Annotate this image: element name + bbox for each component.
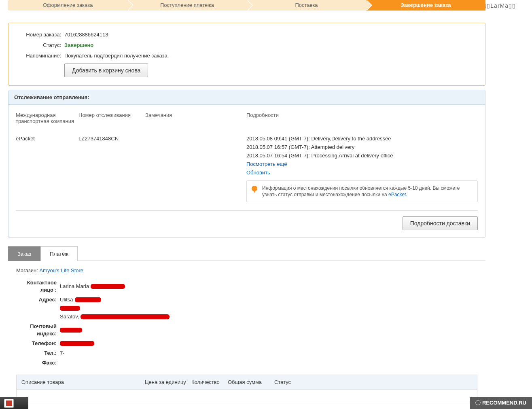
watermark-bottom: RECOMMEND.RU (470, 397, 532, 409)
refresh-link[interactable]: Обновить (246, 170, 270, 176)
tracking-header: Отслеживание отправления: (8, 90, 485, 105)
col-header-details: Подробности (246, 112, 478, 124)
tracking-panel: Отслеживание отправления: Международная … (8, 90, 485, 238)
col-header-status: Статус (274, 379, 472, 385)
address-label: Адрес: (16, 296, 57, 303)
step-checkout: Оформление заказа (8, 0, 127, 11)
order-number-label: Номер заказа: (17, 31, 61, 38)
phone-label: Телефон: (16, 340, 57, 347)
tracking-event: 2018.05.07 16:57 (GMT-7): Attempted deli… (246, 144, 478, 150)
taskbar (0, 397, 28, 409)
lightbulb-icon (252, 186, 257, 191)
redaction (91, 284, 125, 289)
redaction (81, 314, 170, 319)
fax-label: Факс: (16, 359, 57, 367)
order-status-label: Статус: (17, 42, 61, 49)
redaction (60, 306, 80, 311)
tab-order[interactable]: Заказ (8, 246, 40, 261)
epacket-link[interactable]: ePacket (388, 192, 406, 197)
col-header-desc: Описание товара (21, 379, 145, 385)
see-more-link[interactable]: Посмотреть ещё (246, 161, 287, 167)
order-reminder-value: Покупатель подтвердил получение заказа. (64, 52, 169, 59)
tracking-number: LZ273741848CN (78, 136, 145, 202)
tel-value: 7- (60, 350, 65, 357)
step-shipping: Поставка (247, 0, 366, 11)
tel-label: Тел.: (16, 350, 57, 357)
product-table: Описание товара Цена за единицу Количест… (16, 375, 477, 402)
store-link[interactable]: Amyou's Life Store (39, 267, 83, 273)
col-header-carrier: Международная транспортная компания (16, 112, 78, 124)
table-row (17, 390, 477, 402)
delivery-details-button[interactable]: Подробности доставки (403, 216, 478, 230)
add-to-cart-again-button[interactable]: Добавить в корзину снова (64, 64, 148, 77)
tracking-event: 2018.05.08 09:41 (GMT-7): Delivery,Deliv… (246, 136, 478, 142)
tab-payment[interactable]: Платёж (40, 246, 78, 261)
contact-info: Контактное лицо : Larina Maria Адрес: Ul… (16, 279, 477, 367)
contact-person-label: Контактное лицо : (16, 279, 57, 294)
redaction (60, 341, 94, 346)
postal-label: Почтовый индекс: (16, 323, 57, 337)
tracking-carrier: ePacket (16, 136, 78, 202)
taskbar-app-icon[interactable] (4, 399, 14, 408)
tracking-event: 2018.05.07 16:54 (GMT-7): Processing,Arr… (246, 153, 478, 159)
tracking-details: 2018.05.08 09:41 (GMT-7): Delivery,Deliv… (246, 136, 478, 202)
step-payment: Поступление платежа (127, 0, 247, 11)
col-header-price: Цена за единицу (145, 379, 191, 385)
col-header-total: Общая сумма (228, 379, 274, 385)
order-reminder-label: Напоминание: (17, 52, 61, 59)
order-tabs: Заказ Платёж (8, 246, 485, 261)
tip-text: Информация о местонахождении посылки обн… (262, 185, 460, 197)
contact-person-value: Larina Maria (60, 283, 89, 290)
order-status-value: Завершено (64, 42, 93, 49)
address-city: Saratov, (60, 313, 79, 320)
address-street: Ulitsa (60, 296, 73, 303)
step-complete: Завершение заказа (366, 0, 485, 11)
col-header-remarks: Замечания (145, 112, 246, 124)
col-header-qty: Количество (191, 379, 228, 385)
tracking-tip: Информация о местонахождении посылки обн… (246, 180, 478, 202)
order-number-value: 701628886624113 (64, 31, 108, 38)
order-summary-box: Номер заказа: 701628886624113 Статус: За… (8, 23, 485, 86)
redaction (60, 328, 82, 333)
redaction (75, 297, 101, 302)
tracking-remarks (145, 136, 246, 202)
col-header-number: Номер отслеживания (78, 112, 145, 124)
store-label: Магазин: (16, 267, 38, 273)
watermark-top: ▯▯LarMa▯▯ (483, 2, 516, 9)
progress-steps: Оформление заказа Поступление платежа По… (8, 0, 485, 11)
